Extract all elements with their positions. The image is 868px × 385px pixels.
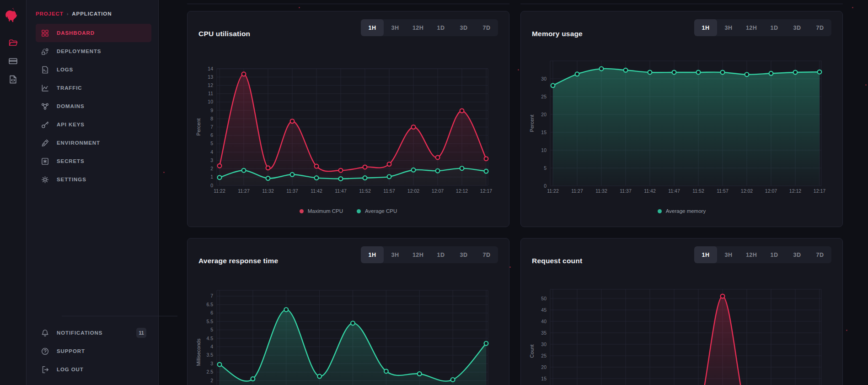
svg-text:45: 45 <box>541 307 547 313</box>
sparkle-dot <box>163 172 165 173</box>
bell-icon <box>41 329 49 337</box>
app-root: { "colors": { "accent_red": "#e0234e", "… <box>0 0 868 385</box>
breadcrumb-application[interactable]: APPLICATION <box>72 11 112 16</box>
deployments-icon <box>41 47 49 56</box>
memory-chart: 051015202530Percent11:2211:2711:3211:371… <box>521 11 843 228</box>
scrolled-card-edge <box>520 4 843 4</box>
help-icon <box>41 347 49 356</box>
svg-text:9: 9 <box>210 108 213 113</box>
sparkle-dot <box>518 69 519 70</box>
svg-text:50: 50 <box>541 296 547 301</box>
breadcrumb-project[interactable]: PROJECT <box>36 11 64 16</box>
svg-text:4: 4 <box>210 149 213 155</box>
svg-text:40: 40 <box>541 319 547 324</box>
svg-text:11:52: 11:52 <box>692 188 704 194</box>
sparkle-dot <box>865 84 867 86</box>
sidebar-footer-menu: NOTIFICATIONS11SUPPORTLOG OUT <box>36 324 151 379</box>
svg-text:14: 14 <box>208 66 213 71</box>
sidebar-item-notifications[interactable]: NOTIFICATIONS11 <box>36 324 151 342</box>
svg-text:5: 5 <box>210 141 213 146</box>
svg-text:12:07: 12:07 <box>432 188 444 194</box>
legend-item: Average CPU <box>357 208 397 214</box>
chart-card-request-count: Request count 1H3H12H1D3D7D 051015202530… <box>520 238 843 385</box>
chart-card-memory: Memory usage 1H3H12H1D3D7D 051015202530P… <box>520 11 843 227</box>
svg-text:4: 4 <box>210 344 213 349</box>
chart-legend: Maximum CPUAverage CPU <box>188 208 509 214</box>
sparkle-dot <box>509 266 511 268</box>
svg-text:11:52: 11:52 <box>359 188 371 194</box>
sidebar-item-label: SECRETS <box>57 158 85 164</box>
svg-text:11:37: 11:37 <box>620 188 632 194</box>
code-file-icon[interactable] <box>0 70 26 88</box>
sidebar-item-label: SETTINGS <box>57 177 86 182</box>
sidebar-item-secrets[interactable]: SECRETS <box>36 152 151 170</box>
svg-text:11:42: 11:42 <box>311 188 322 194</box>
series-area <box>553 69 820 186</box>
svg-text:5: 5 <box>210 327 213 332</box>
series-markers <box>551 294 822 385</box>
sidebar-item-dashboard[interactable]: DASHBOARD <box>36 24 151 42</box>
svg-text:10: 10 <box>541 147 547 153</box>
svg-text:12:12: 12:12 <box>789 188 801 194</box>
svg-text:10: 10 <box>208 99 213 104</box>
sidebar-item-support[interactable]: SUPPORT <box>36 342 151 360</box>
svg-text:11:57: 11:57 <box>717 188 729 194</box>
svg-text:11:47: 11:47 <box>668 188 680 194</box>
svg-text:13: 13 <box>208 74 213 80</box>
y-axis-title: Count <box>529 344 535 358</box>
gear-icon <box>41 175 49 184</box>
notifications-badge: 11 <box>136 328 146 338</box>
svg-text:12:17: 12:17 <box>814 188 825 194</box>
svg-text:6: 6 <box>210 310 213 315</box>
logs-icon <box>41 65 49 74</box>
sidebar-item-domains[interactable]: DOMAINS <box>36 97 151 115</box>
sidebar-item-label: DEPLOYMENTS <box>57 49 101 54</box>
sidebar-item-traffic[interactable]: TRAFFIC <box>36 79 151 97</box>
sidebar-item-label: DASHBOARD <box>57 30 95 36</box>
sidebar-item-label: LOG OUT <box>57 367 84 372</box>
sidebar-item-deployments[interactable]: DEPLOYMENTS <box>36 42 151 60</box>
svg-text:30: 30 <box>541 342 547 347</box>
response-time-chart: 00.511.522.533.544.555.566.57Millisecond… <box>188 239 510 385</box>
svg-text:1: 1 <box>210 174 213 179</box>
series-line <box>553 296 820 385</box>
sidebar-item-label: NOTIFICATIONS <box>57 330 102 336</box>
pen-icon <box>41 139 49 147</box>
svg-text:11:37: 11:37 <box>286 188 298 194</box>
icon-rail <box>0 0 27 385</box>
legend-dot-icon <box>658 209 662 213</box>
sidebar-item-logout[interactable]: LOG OUT <box>36 360 151 379</box>
svg-text:11:22: 11:22 <box>214 188 225 194</box>
chart-grid <box>550 289 821 385</box>
svg-text:11:42: 11:42 <box>644 188 656 194</box>
svg-text:12:17: 12:17 <box>480 188 492 194</box>
svg-text:7: 7 <box>210 293 213 298</box>
svg-text:20: 20 <box>541 112 547 117</box>
svg-text:2: 2 <box>210 378 213 383</box>
folder-open-icon[interactable] <box>0 33 26 52</box>
chart-card-cpu: CPU utilisation 1H3H12H1D3D7D 0123456789… <box>187 11 509 227</box>
y-axis-labels: 05101520253035404550 <box>541 296 547 385</box>
y-axis-labels: 00.511.522.533.544.555.566.57 <box>206 293 213 385</box>
svg-text:11:32: 11:32 <box>262 188 274 194</box>
legend-item: Maximum CPU <box>300 208 343 214</box>
nestjs-logo-icon[interactable] <box>5 6 21 24</box>
credit-card-icon[interactable] <box>0 52 26 70</box>
sidebar-item-api-keys[interactable]: API KEYS <box>36 115 151 134</box>
secrets-icon <box>41 157 49 166</box>
y-axis-title: Percent <box>529 115 535 132</box>
chart-card-response-time: Average response time 1H3H12H1D3D7D 00.5… <box>187 238 509 385</box>
traffic-icon <box>41 84 49 92</box>
svg-text:2: 2 <box>210 166 213 171</box>
sidebar-item-settings[interactable]: SETTINGS <box>36 170 151 189</box>
sidebar-item-label: ENVIRONMENT <box>57 140 100 146</box>
breadcrumb: PROJECT › APPLICATION <box>36 11 112 16</box>
logout-icon <box>41 365 49 374</box>
legend-label: Average CPU <box>365 208 397 214</box>
sidebar-item-environment[interactable]: ENVIRONMENT <box>36 134 151 152</box>
sidebar-item-label: SUPPORT <box>57 348 85 354</box>
x-axis-labels: 11:2211:2711:3211:3711:4211:4711:5211:57… <box>214 188 492 194</box>
legend-item: Average memory <box>658 208 706 214</box>
y-axis-title: Milliseconds <box>196 338 201 366</box>
sidebar-item-logs[interactable]: LOGS <box>36 60 151 79</box>
